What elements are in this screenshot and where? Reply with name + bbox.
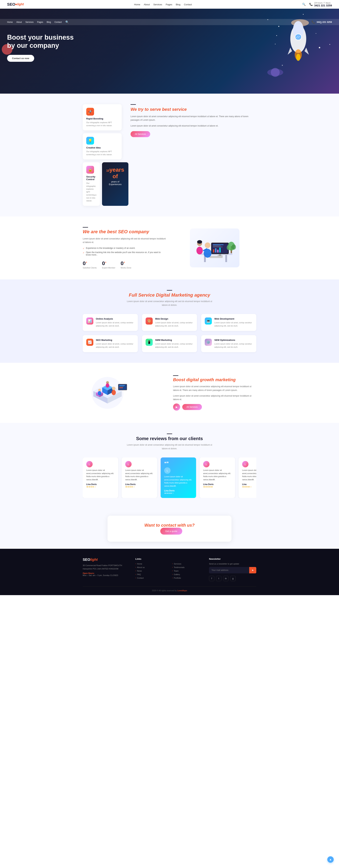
- reviewer-avatar-4: L: [242, 461, 249, 467]
- twitter-icon[interactable]: t: [216, 576, 221, 581]
- second-navbar: Home About Services Pages Blog Contact 🔍…: [0, 19, 339, 25]
- stat-clients-label: Satisfied Clients: [83, 267, 97, 269]
- service-title-3: SEO Marketing: [96, 339, 134, 341]
- play-button[interactable]: ▶: [173, 403, 180, 410]
- second-nav-home[interactable]: Home: [7, 21, 13, 23]
- feature-card-rapid: 🚀 Rapid Boosting Our infographic explore…: [83, 104, 122, 130]
- footer: SEO light 30 Commercial Road Fratton POR…: [0, 549, 339, 595]
- footer-link-news[interactable]: › News: [135, 570, 167, 572]
- nav-services[interactable]: Services: [153, 3, 162, 6]
- newsletter-input[interactable]: [209, 567, 249, 574]
- reviewer-name-1: Lina Doris: [125, 483, 153, 486]
- footer-link-services[interactable]: › Services: [172, 563, 204, 565]
- seo-section: We are the best SEO company Lorem ipsum …: [0, 216, 339, 280]
- seo-desc: Lorem ipsum dolor sit amet consectetur a…: [83, 237, 166, 244]
- footer-links-list2: › Services › Testimonials › Team › Galle…: [172, 563, 204, 579]
- marketing-illustration: [83, 373, 132, 412]
- reviews-heading: Some reviews from our clients: [7, 436, 332, 441]
- footer-link-testimonials[interactable]: › Testimonials: [172, 566, 204, 568]
- footer-link-home[interactable]: › Home: [135, 563, 167, 565]
- google-icon[interactable]: g: [230, 576, 235, 581]
- stat-works-label: Works Done: [121, 267, 131, 269]
- rapid-desc: Our infographic explores NPT screening,a…: [86, 121, 118, 127]
- feature-card-creative: 💡 Creative Idea Our infographic explores…: [83, 133, 122, 159]
- second-nav-blog[interactable]: Blog: [47, 21, 51, 23]
- service-card-5: ⚙️ SEM Optimizations Lorem ipsum dolor s…: [201, 335, 256, 352]
- rapid-icon: 🚀: [86, 108, 94, 116]
- second-nav-phone: 📞 3421 221 3259: [312, 20, 332, 24]
- svg-point-36: [227, 245, 231, 250]
- footer-brand-link[interactable]: LovedApps: [177, 589, 187, 592]
- features-grid: 🚀 Rapid Boosting Our infographic explore…: [83, 104, 256, 206]
- experience-card: 10years of years of Experiences: [102, 162, 129, 206]
- second-nav-services[interactable]: Services: [25, 21, 33, 23]
- all-services-button[interactable]: All Services: [131, 131, 150, 137]
- nav-contact[interactable]: Contact: [184, 3, 192, 6]
- svg-point-54: [112, 387, 115, 390]
- footer-link-contact[interactable]: › Contact: [135, 577, 167, 579]
- nav-about[interactable]: About: [144, 3, 150, 6]
- service-card-3: 📈 SEO Marketing Lorem ipsum dolor sit am…: [83, 335, 138, 352]
- get-quote-button[interactable]: Get a quote: [160, 528, 182, 535]
- quote-icon: ❝❞: [164, 461, 193, 466]
- footer-link-gallery[interactable]: › Gallery: [172, 574, 204, 576]
- footer-link-faq[interactable]: › FAQ: [135, 574, 167, 576]
- reviewer-stars-3: ★★★★★: [203, 486, 231, 488]
- footer-link-about[interactable]: › About us: [135, 566, 167, 568]
- hero-section: Home About Services Pages Blog Contact 🔍…: [0, 9, 339, 94]
- logo[interactable]: SEO light: [7, 2, 24, 7]
- hero-cta-button[interactable]: Contact us now: [7, 55, 34, 62]
- footer-brand: SEO light 30 Commercial Road Fratton POR…: [83, 558, 130, 581]
- reviews-track: L Lorem ipsum dolor sit amet,consectetur…: [83, 458, 256, 498]
- svg-rect-25: [213, 246, 221, 246]
- marketing-heading: Boost digital growth marketing: [173, 377, 256, 382]
- service-content-0: Online Analysis Lorem ipsum dolor sit am…: [96, 317, 134, 328]
- footer-link-team[interactable]: › Team: [172, 570, 204, 572]
- service-card-0: 📊 Online Analysis Lorem ipsum dolor sit …: [83, 314, 138, 331]
- marketing-all-services-button[interactable]: All Services: [182, 404, 202, 410]
- reviewer-stars-2: ★★★★☆: [164, 492, 193, 494]
- reviews-divider: [167, 434, 172, 434]
- svg-point-38: [205, 242, 210, 248]
- creative-title: Creative Idea: [86, 146, 118, 149]
- newsletter-submit-button[interactable]: ➤: [249, 567, 256, 574]
- second-nav-search[interactable]: 🔍: [65, 21, 69, 24]
- service-title-5: SEM Optimizations: [214, 339, 253, 341]
- service-content-2: Web Development Lorem ipsum dolor sit am…: [214, 317, 253, 328]
- svg-point-14: [271, 68, 280, 77]
- second-phone-number: 3421 221 3259: [316, 21, 332, 23]
- linkedin-icon[interactable]: in: [223, 576, 228, 581]
- svg-rect-29: [217, 250, 219, 252]
- feature-desc1: Lorem ipsum dolor sit amet consectetur a…: [131, 115, 256, 122]
- footer-link-portfolio[interactable]: › Portfolio: [172, 577, 204, 579]
- search-icon[interactable]: 🔍: [302, 3, 306, 6]
- social-icons: f t in g: [209, 576, 256, 581]
- review-text-0: Lorem ipsum dolor sit amet,consectetur a…: [86, 469, 115, 481]
- navbar: SEO light Home About Services Pages Blog…: [0, 0, 339, 9]
- svg-point-11: [275, 44, 276, 44]
- service-icon-1: 🎨: [146, 317, 153, 324]
- star-5: [330, 44, 330, 45]
- svg-rect-63: [119, 386, 124, 387]
- footer-newsletter-title: Newsletter: [209, 558, 256, 560]
- review-card-1: L Lorem ipsum dolor sit amet,consectetur…: [122, 458, 157, 498]
- nav-pages[interactable]: Pages: [166, 3, 172, 6]
- facebook-icon[interactable]: f: [209, 576, 214, 581]
- nav-home[interactable]: Home: [134, 3, 140, 6]
- second-nav-about[interactable]: About: [16, 21, 22, 23]
- svg-rect-30: [219, 248, 221, 252]
- services-section: Full Service Digital Marketing agency Lo…: [0, 279, 339, 363]
- svg-point-7: [296, 54, 301, 61]
- second-nav-pages[interactable]: Pages: [37, 21, 43, 23]
- cta-section: Want to contact with us? Get a quote: [108, 516, 231, 542]
- feature-right: We try to serve best service Lorem ipsum…: [127, 104, 256, 206]
- service-icon-4: 📱: [146, 339, 153, 346]
- svg-marker-5: [305, 48, 309, 55]
- second-nav-contact[interactable]: Contact: [54, 21, 62, 23]
- hero-content: Boost your business by our company Conta…: [0, 19, 85, 72]
- stat-expert: 0+ Expert Member: [102, 260, 115, 269]
- service-title-1: Web Design: [155, 317, 194, 320]
- nav-blog[interactable]: Blog: [176, 3, 180, 6]
- services-heading: Full Service Digital Marketing agency: [7, 292, 332, 298]
- stat-works: 0+ Works Done: [121, 260, 131, 269]
